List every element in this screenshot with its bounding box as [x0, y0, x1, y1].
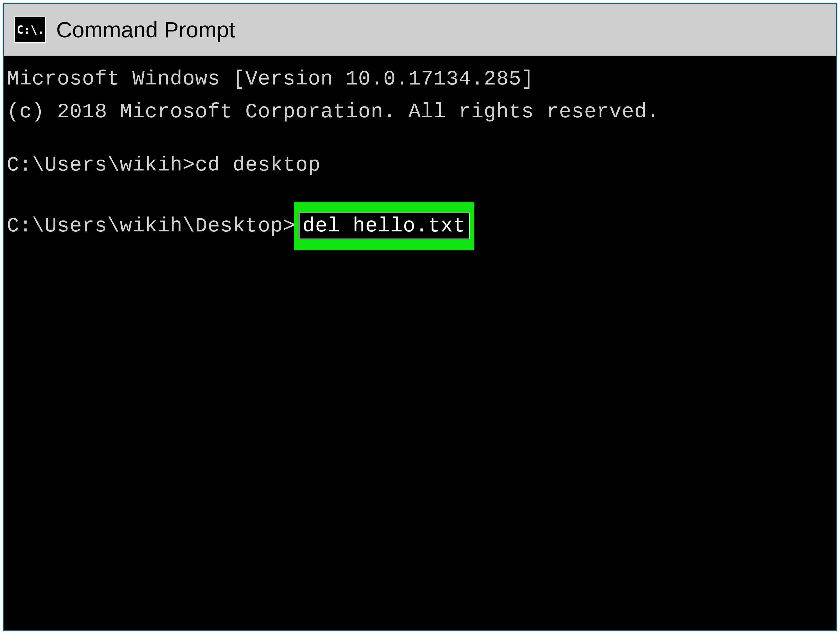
blank-line	[7, 181, 833, 202]
output-line-copyright: (c) 2018 Microsoft Corporation. All righ…	[7, 96, 833, 128]
prompt-2: C:\Users\wikih\Desktop>	[7, 214, 295, 238]
command-1: cd desktop	[195, 153, 321, 177]
cmd-icon-text: C:\.	[17, 24, 44, 36]
titlebar[interactable]: C:\. Command Prompt	[4, 4, 836, 56]
window-title: Command Prompt	[56, 17, 235, 43]
blank-line	[7, 128, 833, 149]
output-line-version: Microsoft Windows [Version 10.0.17134.28…	[7, 63, 833, 96]
command-prompt-window: C:\. Command Prompt Microsoft Windows [V…	[3, 3, 837, 631]
prompt-1: C:\Users\wikih>	[7, 153, 195, 177]
cmd-icon: C:\.	[14, 17, 46, 43]
highlight-box: del hello.txt	[294, 202, 475, 250]
terminal-output[interactable]: Microsoft Windows [Version 10.0.17134.28…	[4, 56, 836, 630]
prompt-line-2: C:\Users\wikih\Desktop>del hello.txt	[7, 202, 833, 250]
command-2: del hello.txt	[299, 213, 470, 239]
prompt-line-1: C:\Users\wikih>cd desktop	[7, 149, 833, 181]
